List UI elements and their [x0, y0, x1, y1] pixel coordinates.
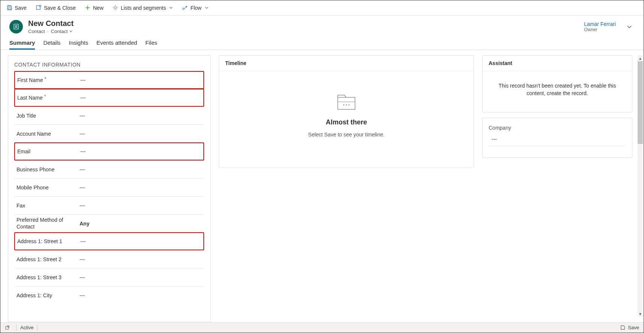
save-icon: [620, 325, 626, 330]
entity-name: Contact: [28, 29, 45, 34]
address1-street2-field[interactable]: Address 1: Street 2 ---: [14, 250, 204, 268]
scroll-thumb[interactable]: [638, 61, 643, 144]
form-selector[interactable]: Contact: [51, 29, 73, 34]
form-tabs: Summary Details Insights Events attended…: [0, 36, 644, 50]
folder-icon: [336, 94, 357, 112]
tab-details[interactable]: Details: [43, 36, 60, 50]
timeline-title: Timeline: [219, 56, 474, 71]
section-title: CONTACT INFORMATION: [14, 62, 204, 68]
first-name-field[interactable]: First Name* ---: [14, 71, 204, 89]
command-bar: Save Save & Close New Lists and segments: [0, 0, 644, 15]
scroll-down-arrow[interactable]: ▼: [638, 311, 643, 317]
assistant-message: This record hasn't been created yet. To …: [483, 71, 632, 112]
save-close-label: Save & Close: [44, 5, 76, 11]
tab-summary[interactable]: Summary: [9, 36, 35, 50]
record-header: New Contact Contact · Contact Lamar Ferr…: [0, 15, 644, 36]
svg-point-7: [343, 104, 345, 106]
required-indicator: *: [44, 94, 46, 99]
owner-label: Owner: [584, 27, 616, 32]
save-close-button[interactable]: Save & Close: [34, 3, 77, 12]
last-name-value: ---: [79, 95, 203, 101]
entity-avatar: [9, 20, 23, 33]
assistant-card: Assistant This record hasn't been create…: [482, 55, 632, 112]
page-title: New Contact: [28, 19, 74, 28]
scroll-up-arrow[interactable]: ▲: [638, 55, 643, 61]
tab-insights[interactable]: Insights: [69, 36, 88, 50]
flow-label: Flow: [190, 5, 202, 11]
company-value-field[interactable]: ---: [489, 136, 626, 146]
save-close-icon: [36, 5, 42, 11]
save-icon: [6, 5, 12, 11]
timeline-subtext: Select Save to see your timeline.: [308, 132, 385, 138]
timeline-heading: Almost there: [326, 118, 367, 126]
form-name: Contact: [51, 29, 68, 34]
flow-button[interactable]: Flow: [181, 3, 210, 12]
chevron-down-icon: [69, 29, 73, 34]
account-name-field[interactable]: Account Name ---: [14, 125, 204, 143]
owner-name: Lamar Ferrari: [584, 21, 616, 27]
svg-rect-3: [183, 8, 184, 9]
email-field[interactable]: Email ---: [14, 142, 204, 160]
popout-icon[interactable]: [5, 325, 10, 330]
svg-point-8: [346, 104, 347, 106]
fax-field[interactable]: Fax ---: [14, 197, 204, 215]
preferred-contact-field[interactable]: Preferred Method of Contact Any: [14, 215, 204, 233]
lists-label: Lists and segments: [121, 5, 166, 11]
save-button[interactable]: Save: [5, 3, 28, 12]
vertical-scrollbar[interactable]: ▲ ▼: [638, 55, 643, 317]
save-label: Save: [15, 5, 27, 11]
svg-point-2: [114, 7, 117, 9]
lists-segments-button[interactable]: Lists and segments: [111, 3, 175, 12]
svg-point-9: [349, 104, 350, 106]
header-expand-button[interactable]: [624, 21, 635, 32]
svg-rect-6: [338, 97, 355, 109]
status-bar: Active Save: [0, 322, 644, 333]
chevron-down-icon: [169, 5, 173, 11]
svg-rect-1: [8, 8, 11, 9]
plus-icon: [85, 5, 91, 11]
status-save-button[interactable]: Save: [628, 325, 639, 330]
contact-information-section: CONTACT INFORMATION First Name* --- Last…: [8, 55, 211, 322]
company-label: Company: [489, 125, 626, 131]
status-text: Active: [20, 325, 33, 330]
new-label: New: [93, 5, 104, 11]
timeline-card: Timeline Almost there Select Save to see…: [219, 55, 474, 168]
chevron-down-icon: [205, 5, 209, 11]
flow-icon: [182, 5, 188, 11]
owner-lookup[interactable]: Lamar Ferrari Owner: [584, 21, 616, 32]
recommended-indicator: *: [44, 76, 46, 82]
mobile-phone-field[interactable]: Mobile Phone ---: [14, 179, 204, 197]
svg-point-5: [15, 25, 17, 27]
address1-street1-field[interactable]: Address 1: Street 1 ---: [14, 232, 204, 250]
tab-files[interactable]: Files: [145, 36, 157, 50]
svg-rect-4: [14, 24, 18, 29]
address1-city-field[interactable]: Address 1: City ---: [14, 286, 204, 304]
last-name-field[interactable]: Last Name* ---: [14, 89, 204, 107]
tab-events-attended[interactable]: Events attended: [96, 36, 137, 50]
job-title-field[interactable]: Job Title ---: [14, 107, 204, 125]
business-phone-field[interactable]: Business Phone ---: [14, 160, 204, 179]
address1-street3-field[interactable]: Address 1: Street 3 ---: [14, 268, 204, 286]
new-button[interactable]: New: [83, 3, 105, 12]
gear-icon: [113, 5, 119, 11]
assistant-title: Assistant: [483, 56, 632, 71]
first-name-value: ---: [79, 77, 203, 83]
company-card: Company ---: [482, 118, 632, 158]
